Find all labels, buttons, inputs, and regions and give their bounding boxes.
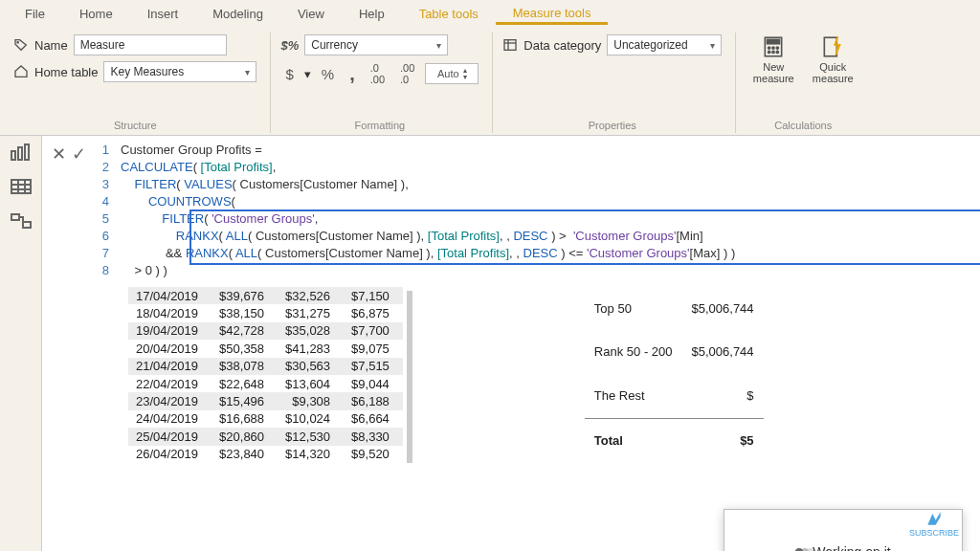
canvas: ✕ ✓ 1Customer Group Profits = 2CALCULATE… — [42, 136, 980, 551]
table-row[interactable]: 20/04/2019$50,358$41,283$9,075 — [128, 340, 403, 357]
currency-button[interactable]: $ — [280, 65, 298, 83]
views-sidebar — [0, 136, 42, 551]
report-view-icon[interactable] — [10, 143, 33, 161]
quick-measure-label: Quick measure — [805, 61, 860, 84]
decrease-decimal-button[interactable]: .0.00 — [366, 61, 390, 86]
thousands-button[interactable]: , — [345, 62, 360, 86]
table-row[interactable]: Rank 50 - 200$5,006,744 — [585, 330, 764, 373]
visuals-area: 17/04/2019$39,676$32,526$7,15018/04/2019… — [52, 287, 970, 463]
table-row[interactable]: 24/04/2019$16,688$10,024$6,664 — [128, 410, 403, 428]
dax-editor[interactable]: 1Customer Group Profits = 2CALCULATE( [T… — [94, 142, 970, 279]
svg-rect-13 — [11, 151, 15, 160]
svg-rect-16 — [11, 180, 31, 193]
ribbon-group-formatting: $% Currency▾ $▾ % , .0.00 .00.0 Auto▴▾ F… — [271, 33, 493, 133]
data-category-label: Data category — [523, 38, 601, 53]
svg-point-10 — [772, 51, 774, 53]
menu-measure-tools[interactable]: Measure tools — [496, 2, 609, 25]
svg-rect-14 — [18, 147, 22, 160]
ribbon-group-properties: Data category Uncategorized▾ Properties — [493, 33, 736, 133]
working-text: Working on it — [813, 544, 890, 551]
table-row[interactable]: 23/04/2019$15,496$9,308$6,188 — [128, 392, 403, 409]
menu-insert[interactable]: Insert — [130, 3, 196, 25]
increase-decimal-button[interactable]: .00.0 — [395, 61, 419, 86]
svg-point-8 — [777, 47, 779, 49]
svg-rect-5 — [768, 39, 780, 43]
svg-point-9 — [768, 51, 770, 53]
format-icon: $% — [280, 38, 299, 53]
table-row[interactable]: 19/04/2019$42,728$35,028$7,700 — [128, 322, 403, 340]
table-row[interactable]: 17/04/2019$39,676$32,526$7,150 — [128, 287, 403, 304]
svg-rect-1 — [504, 40, 516, 51]
table-row[interactable]: Top 50$5,006,744 — [585, 287, 764, 330]
right-summary-table[interactable]: Top 50$5,006,744Rank 50 - 200$5,006,744T… — [585, 287, 764, 463]
subscribe-watermark: SUBSCRIBE — [909, 509, 959, 538]
ribbon: Name Measure Home table Key Measures▾ St… — [0, 27, 980, 136]
decimal-places-input[interactable]: Auto▴▾ — [425, 63, 479, 84]
menu-modeling[interactable]: Modeling — [195, 3, 280, 25]
group-label-calculations: Calculations — [746, 116, 860, 131]
format-select[interactable]: Currency▾ — [304, 34, 448, 55]
scrollbar[interactable] — [407, 291, 412, 463]
menu-table-tools[interactable]: Table tools — [402, 3, 496, 25]
chevron-down-icon: ▾ — [710, 40, 715, 51]
group-label-formatting: Formatting — [280, 116, 479, 131]
tag-icon — [13, 37, 29, 53]
ribbon-group-calculations: New measure Quick measure Calculations — [736, 33, 874, 133]
ribbon-group-structure: Name Measure Home table Key Measures▾ St… — [4, 33, 271, 133]
menu-bar: File Home Insert Modeling View Help Tabl… — [0, 0, 980, 27]
cancel-formula-button[interactable]: ✕ — [52, 143, 66, 165]
workspace: ✕ ✓ 1Customer Group Profits = 2CALCULATE… — [0, 136, 980, 551]
chevron-down-icon[interactable]: ▾ — [304, 67, 311, 81]
svg-rect-12 — [825, 37, 837, 56]
menu-file[interactable]: File — [8, 3, 62, 25]
menu-help[interactable]: Help — [342, 3, 402, 25]
svg-rect-15 — [25, 144, 29, 160]
svg-point-7 — [772, 47, 774, 49]
new-measure-label: New measure — [746, 61, 801, 84]
new-measure-button[interactable]: New measure — [746, 34, 801, 84]
formula-bar: ✕ ✓ 1Customer Group Profits = 2CALCULATE… — [52, 142, 970, 279]
menu-view[interactable]: View — [280, 3, 342, 25]
home-icon — [13, 64, 29, 79]
home-table-label: Home table — [34, 65, 98, 79]
commit-formula-button[interactable]: ✓ — [72, 143, 86, 165]
table-row[interactable]: 26/04/2019$23,840$14,320$9,520 — [128, 446, 403, 463]
svg-point-0 — [17, 42, 18, 43]
svg-point-11 — [777, 51, 779, 53]
table-row[interactable]: 22/04/2019$22,648$13,604$9,044 — [128, 375, 403, 392]
name-input[interactable]: Measure — [74, 34, 227, 55]
chevron-down-icon: ▾ — [436, 40, 441, 51]
menu-home[interactable]: Home — [62, 3, 130, 25]
name-label: Name — [34, 38, 68, 53]
model-view-icon[interactable] — [10, 212, 33, 230]
table-row[interactable]: 25/04/2019$20,860$12,530$8,330 — [128, 428, 403, 445]
data-category-select[interactable]: Uncategorized▾ — [607, 34, 722, 55]
svg-rect-21 — [11, 214, 19, 220]
quick-measure-button[interactable]: Quick measure — [805, 34, 860, 84]
svg-point-6 — [768, 47, 770, 49]
group-label-properties: Properties — [502, 116, 722, 131]
group-label-structure: Structure — [13, 116, 256, 131]
table-row[interactable]: 18/04/2019$38,150$31,275$6,875 — [128, 304, 403, 321]
left-data-table[interactable]: 17/04/2019$39,676$32,526$7,15018/04/2019… — [128, 287, 403, 463]
table-row[interactable]: Total$5 — [585, 418, 764, 463]
chevron-down-icon: ▾ — [245, 67, 250, 77]
category-icon — [502, 37, 518, 53]
data-view-icon[interactable] — [10, 178, 33, 195]
home-table-select[interactable]: Key Measures▾ — [103, 61, 256, 82]
svg-rect-22 — [23, 222, 31, 228]
percent-button[interactable]: % — [317, 65, 339, 83]
table-row[interactable]: 21/04/2019$38,078$30,563$7,515 — [128, 358, 403, 375]
table-row[interactable]: The Rest$ — [585, 374, 764, 419]
